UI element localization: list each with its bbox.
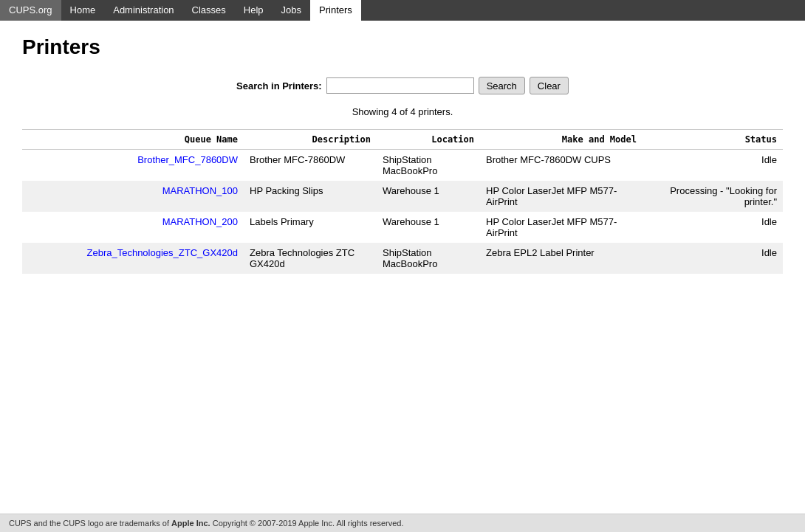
printer-link[interactable]: Brother_MFC_7860DW [137, 154, 238, 165]
printer-link[interactable]: MARATHON_100 [162, 185, 238, 196]
cell-location: Warehouse 1 [377, 212, 480, 243]
cell-make-model: HP Color LaserJet MFP M577-AirPrint [480, 181, 643, 212]
cell-location: ShipStation MacBookPro [377, 243, 480, 274]
cell-status: Idle [643, 243, 783, 274]
page-content: Printers Search in Printers: Search Clea… [0, 21, 805, 289]
cell-description: HP Packing Slips [244, 181, 377, 212]
search-button[interactable]: Search [479, 77, 525, 94]
cell-make-model: Brother MFC-7860DW CUPS [480, 150, 643, 182]
cell-status: Idle [643, 150, 783, 182]
search-input[interactable] [326, 77, 474, 94]
col-header-make-model: Make and Model [480, 130, 643, 150]
nav-item-administration[interactable]: Administration [104, 0, 182, 21]
search-bar: Search in Printers: Search Clear [22, 77, 783, 94]
nav-item-classes[interactable]: Classes [183, 0, 235, 21]
printers-table: Queue Name Description Location Make and… [22, 129, 783, 274]
printer-link[interactable]: Zebra_Technologies_ZTC_GX420d [86, 247, 238, 258]
table-header-row: Queue Name Description Location Make and… [22, 130, 783, 150]
cell-description: Labels Primary [244, 212, 377, 243]
cell-queue-name: Brother_MFC_7860DW [22, 150, 244, 182]
footer: CUPS and the CUPS logo are trademarks of… [0, 514, 805, 532]
nav-item-home[interactable]: Home [61, 0, 105, 21]
nav-item-help[interactable]: Help [235, 0, 273, 21]
cell-location: Warehouse 1 [377, 181, 480, 212]
col-header-description: Description [244, 130, 377, 150]
cell-description: Zebra Technologies ZTC GX420d [244, 243, 377, 274]
table-row: Brother_MFC_7860DWBrother MFC-7860DWShip… [22, 150, 783, 182]
nav-item-printers[interactable]: Printers [310, 0, 361, 21]
printer-link[interactable]: MARATHON_200 [162, 216, 238, 227]
nav-item-jobs[interactable]: Jobs [273, 0, 310, 21]
col-header-queue-name: Queue Name [22, 130, 244, 150]
showing-count: Showing 4 of 4 printers. [22, 106, 783, 117]
table-row: MARATHON_100HP Packing SlipsWarehouse 1H… [22, 181, 783, 212]
footer-text-before: CUPS and the CUPS logo are trademarks of [9, 519, 171, 528]
col-header-status: Status [643, 130, 783, 150]
footer-brand: Apple Inc. [171, 519, 210, 528]
page-title: Printers [22, 35, 783, 59]
nav-brand[interactable]: CUPS.org [0, 0, 61, 21]
cell-status: Processing - "Looking for printer." [643, 181, 783, 212]
table-row: MARATHON_200Labels PrimaryWarehouse 1HP … [22, 212, 783, 243]
cell-queue-name: Zebra_Technologies_ZTC_GX420d [22, 243, 244, 274]
cell-make-model: Zebra EPL2 Label Printer [480, 243, 643, 274]
cell-description: Brother MFC-7860DW [244, 150, 377, 182]
cell-make-model: HP Color LaserJet MFP M577-AirPrint [480, 212, 643, 243]
search-label: Search in Printers: [236, 80, 322, 91]
footer-text-after: Copyright © 2007-2019 Apple Inc. All rig… [210, 519, 404, 528]
clear-button[interactable]: Clear [530, 77, 569, 94]
cell-queue-name: MARATHON_200 [22, 212, 244, 243]
cell-queue-name: MARATHON_100 [22, 181, 244, 212]
main-nav: CUPS.org Home Administration Classes Hel… [0, 0, 805, 21]
col-header-location: Location [377, 130, 480, 150]
cell-location: ShipStation MacBookPro [377, 150, 480, 182]
cell-status: Idle [643, 212, 783, 243]
table-row: Zebra_Technologies_ZTC_GX420dZebra Techn… [22, 243, 783, 274]
